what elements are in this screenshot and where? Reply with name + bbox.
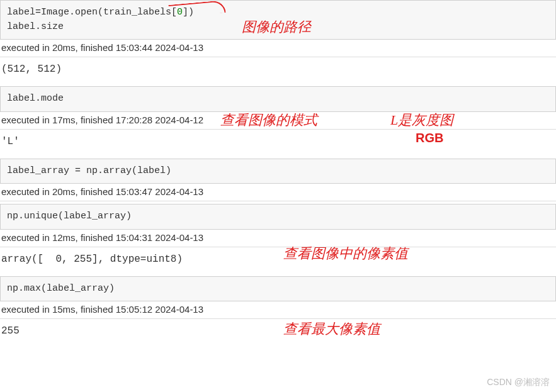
code-line: label_array = np.array(label) [7,165,171,176]
watermark: CSDN @湘溶溶 [487,377,550,388]
code-input[interactable]: label.mode [0,86,556,112]
code-number: 0 [177,7,183,18]
notebook-cell: label=Image.open(train_labels[0]) label.… [0,0,556,84]
execution-info: executed in 15ms, finished 15:05:12 2024… [0,301,556,319]
code-line: np.unique(label_array) [7,211,132,221]
cell-output: array([ 0, 255], dtype=uint8) [0,247,556,274]
execution-info: executed in 12ms, finished 15:04:31 2024… [0,230,556,247]
cell-output: 255 [0,319,556,345]
code-line: label=Image.open(train_labels[0]) [7,7,194,18]
code-input[interactable]: label=Image.open(train_labels[0]) label.… [0,0,556,40]
cell-output: 'L' [0,130,556,156]
execution-info: executed in 20ms, finished 15:03:47 2024… [0,184,556,201]
code-input[interactable]: np.max(label_array) [0,276,556,302]
code-input[interactable]: label_array = np.array(label) [0,159,556,184]
execution-info: executed in 17ms, finished 17:20:28 2024… [0,112,556,130]
code-line: np.max(label_array) [7,283,115,294]
notebook-cell: label_array = np.array(label) executed i… [0,159,556,202]
notebook-cell: np.max(label_array) executed in 15ms, fi… [0,276,556,346]
cell-output: (512, 512) [0,57,556,84]
notebook-cell: np.unique(label_array) executed in 12ms,… [0,204,556,274]
code-input[interactable]: np.unique(label_array) [0,204,556,230]
execution-info: executed in 20ms, finished 15:03:44 2024… [0,40,556,57]
code-line: label.mode [7,93,64,104]
notebook-cell: label.mode executed in 17ms, finished 17… [0,86,556,156]
code-line: label.size [7,21,64,32]
